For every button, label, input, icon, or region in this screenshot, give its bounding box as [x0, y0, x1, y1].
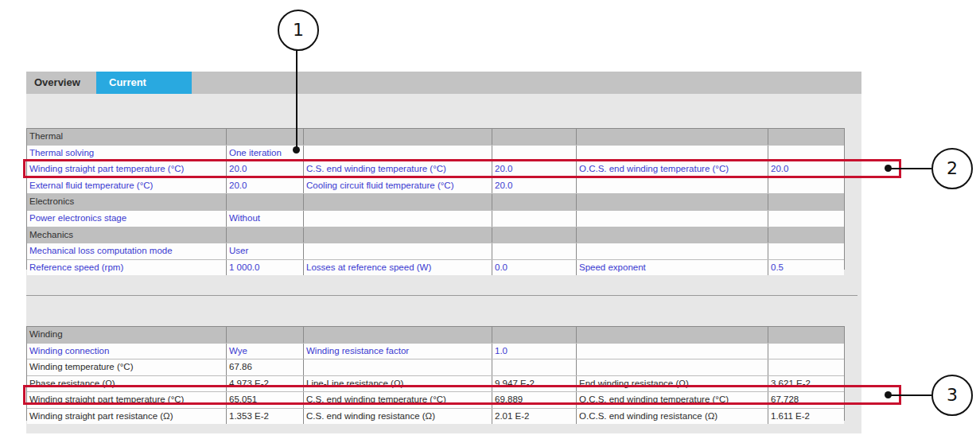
callout-2-dot	[885, 165, 892, 172]
param-value-cell	[768, 211, 846, 227]
param-value-cell: 69.889	[492, 392, 576, 408]
param-value-cell[interactable]: Without	[226, 211, 303, 227]
param-value-cell: 3.621 E-2	[768, 376, 846, 392]
param-value-cell: 67.86	[226, 359, 303, 375]
param-label-cell: Cooling circuit fluid temperature (°C)	[303, 178, 492, 194]
winding-characteristics-table: WindingWinding connectionWyeWinding resi…	[26, 326, 845, 421]
param-label-cell	[303, 211, 492, 227]
param-label-cell: Winding straight part resistance (Ω)	[27, 409, 226, 425]
param-label-cell	[303, 359, 492, 375]
param-value-cell	[768, 178, 846, 194]
section-divider	[26, 295, 858, 296]
param-value-cell[interactable]: 20.0	[492, 178, 576, 194]
settings-table: ThermalThermal solvingOne iterationWindi…	[26, 128, 845, 270]
param-value-cell	[492, 194, 576, 210]
param-label-cell	[303, 327, 492, 343]
param-label-cell: C.S. end winding temperature (°C)	[303, 392, 492, 408]
tab-bar: Overview Current	[26, 72, 861, 94]
callout-1-dot	[293, 146, 300, 153]
param-value-cell: 65.051	[226, 392, 303, 408]
param-value-cell[interactable]: 0.5	[768, 260, 846, 276]
param-value-cell	[768, 327, 846, 343]
param-value-cell[interactable]: 20.0	[768, 161, 846, 177]
table-group-row: Mechanics	[27, 227, 844, 243]
param-value-cell[interactable]: 20.0	[226, 178, 303, 194]
param-value-cell[interactable]: 20.0	[226, 161, 303, 177]
param-value-cell[interactable]: User	[226, 243, 303, 259]
param-value-cell[interactable]: Wye	[226, 344, 303, 359]
param-value-cell[interactable]: One iteration	[226, 146, 303, 161]
param-value-cell	[226, 129, 303, 145]
param-value-cell	[226, 194, 303, 210]
tab-current[interactable]: Current	[96, 72, 192, 94]
param-label-cell	[303, 243, 492, 259]
param-label-cell: End winding resistance (Ω)	[576, 376, 768, 392]
param-value-cell	[226, 327, 303, 343]
screenshot-root: Overview Current Settings Winding charac…	[0, 0, 980, 443]
param-label-cell: O.C.S. end winding temperature (°C)	[576, 161, 768, 177]
param-label-cell	[576, 194, 768, 210]
param-label-cell: Reference speed (rpm)	[27, 260, 226, 276]
param-value-cell	[768, 359, 846, 375]
table-row: Winding straight part resistance (Ω)1.35…	[27, 408, 844, 425]
param-value-cell[interactable]: 1.0	[492, 344, 576, 359]
param-label-cell: External fluid temperature (°C)	[27, 178, 226, 194]
param-label-cell	[576, 227, 768, 243]
param-value-cell	[768, 194, 846, 210]
param-value-cell: 4.973 E-2	[226, 376, 303, 392]
param-label-cell	[576, 359, 768, 375]
param-value-cell[interactable]: 1 000.0	[226, 260, 303, 276]
param-value-cell	[768, 227, 846, 243]
param-label-cell	[303, 146, 492, 161]
param-label-cell: Power electronics stage	[27, 211, 226, 227]
tab-overview[interactable]: Overview	[26, 72, 96, 94]
param-value-cell	[492, 243, 576, 259]
param-value-cell[interactable]: 20.0	[492, 161, 576, 177]
param-value-cell[interactable]: 0.0	[492, 260, 576, 276]
param-value-cell: 1.611 E-2	[768, 409, 846, 425]
callout-3-line	[889, 394, 931, 396]
table-row: Mechanical loss computation modeUser	[27, 243, 844, 259]
param-label-cell: C.S. end winding temperature (°C)	[303, 161, 492, 177]
param-label-cell	[303, 129, 492, 145]
table-row: Winding straight part temperature (°C)65…	[27, 391, 844, 408]
table-row: Thermal solvingOne iteration	[27, 145, 844, 161]
param-label-cell: Speed exponent	[576, 260, 768, 276]
callout-1-line	[296, 50, 298, 150]
callout-3-circle: 3	[931, 375, 973, 416]
param-label-cell: Mechanics	[27, 227, 226, 243]
param-value-cell: 1.353 E-2	[226, 409, 303, 425]
param-label-cell	[576, 344, 768, 359]
table-row: Reference speed (rpm)1 000.0Losses at re…	[27, 259, 844, 276]
param-label-cell: Winding connection	[27, 344, 226, 359]
param-label-cell: Winding straight part temperature (°C)	[27, 161, 226, 177]
table-row: Power electronics stageWithout	[27, 210, 844, 227]
param-label-cell	[303, 227, 492, 243]
table-group-row: Winding	[27, 327, 844, 343]
callout-3-dot	[885, 391, 892, 398]
param-label-cell: Line-Line resistance (Ω)	[303, 376, 492, 392]
param-label-cell: Losses at reference speed (W)	[303, 260, 492, 276]
param-value-cell	[768, 129, 846, 145]
param-label-cell	[576, 146, 768, 161]
param-label-cell: Phase resistance (Ω)	[27, 376, 226, 392]
param-label-cell: C.S. end winding resistance (Ω)	[303, 409, 492, 425]
param-value-cell	[492, 359, 576, 375]
table-row: Phase resistance (Ω)4.973 E-2Line-Line r…	[27, 375, 844, 392]
param-value-cell	[768, 344, 846, 359]
param-label-cell	[576, 211, 768, 227]
callout-2-line	[889, 168, 931, 169]
param-value-cell	[492, 327, 576, 343]
param-label-cell	[576, 243, 768, 259]
callout-2-circle: 2	[931, 148, 973, 189]
table-row: Winding connectionWyeWinding resistance …	[27, 343, 844, 359]
param-value-cell	[492, 211, 576, 227]
param-label-cell	[303, 194, 492, 210]
param-label-cell	[576, 327, 768, 343]
param-label-cell: Winding	[27, 327, 226, 343]
param-value-cell	[768, 243, 846, 259]
param-value-cell: 9.947 E-2	[492, 376, 576, 392]
table-row: External fluid temperature (°C)20.0Cooli…	[27, 177, 844, 194]
param-value-cell	[492, 146, 576, 161]
param-value-cell: 2.01 E-2	[492, 409, 576, 425]
